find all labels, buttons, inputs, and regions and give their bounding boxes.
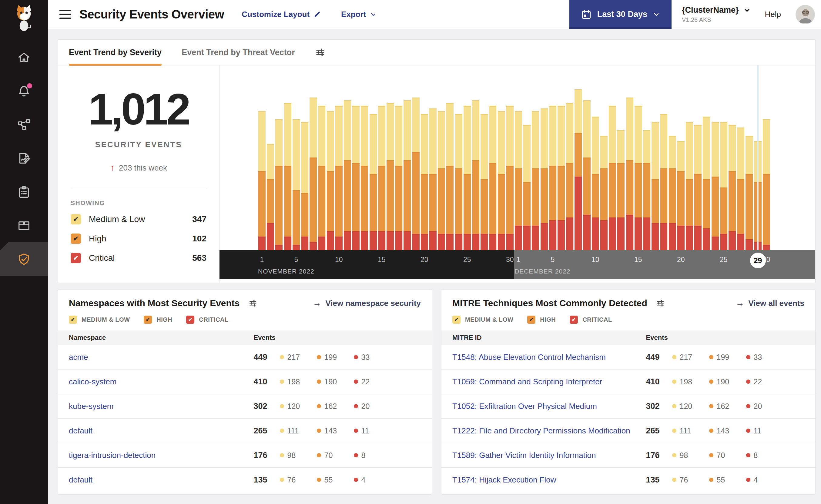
bar-segment-critical <box>686 226 693 250</box>
bar-segment-critical <box>540 223 548 250</box>
events-total: 449 <box>646 353 672 362</box>
bar-segment-critical <box>378 231 385 250</box>
checkbox-high[interactable]: ✔ <box>527 316 535 324</box>
critical-dot-icon <box>354 380 358 384</box>
mitre-technique-link[interactable]: T1052: Exfiltration Over Physical Medium <box>452 402 646 411</box>
namespace-link[interactable]: acme <box>69 353 254 362</box>
bar-segment-critical <box>592 217 599 250</box>
namespace-link[interactable]: default <box>69 475 254 485</box>
mitre-technique-link[interactable]: T1548: Abuse Elevation Control Mechanism <box>452 353 646 362</box>
count-value: 22 <box>754 377 762 386</box>
panel-settings-button[interactable] <box>248 299 258 308</box>
severity-count-medium-low: 217 <box>672 353 709 362</box>
checkbox-critical[interactable]: ✔ <box>186 316 194 324</box>
bar-segment-critical <box>310 242 317 250</box>
severity-count-critical: 20 <box>354 402 391 411</box>
severity-filter-high[interactable]: ✔HIGH <box>144 316 172 324</box>
checkbox-medium-low[interactable]: ✔ <box>452 316 460 324</box>
events-cell: 13576554 <box>646 475 804 485</box>
severity-filter-list: ✔Medium & Low347✔High102✔Critical563 <box>71 210 207 268</box>
medium-low-dot-icon <box>280 355 284 359</box>
bar-segment-high <box>395 166 402 231</box>
total-security-events: 1,012 <box>71 87 207 131</box>
severity-filter-medium-low[interactable]: ✔MEDIUM & LOW <box>452 316 513 324</box>
bar-segment-medium-low <box>318 106 325 166</box>
cluster-selector[interactable]: {ClusterName} V1.26 AKS <box>682 5 751 23</box>
namespace-link[interactable]: calico-system <box>69 377 254 386</box>
view-all-events-link[interactable]: → View all events <box>736 299 804 308</box>
checkbox-medium-low[interactable]: ✔ <box>71 214 81 224</box>
filter-count: 347 <box>192 214 207 224</box>
checkbox-critical[interactable]: ✔ <box>71 253 81 263</box>
notification-dot <box>27 83 32 88</box>
user-avatar[interactable] <box>796 5 815 24</box>
high-dot-icon <box>317 429 321 433</box>
severity-filter-medium-low: ✔Medium & Low347 <box>71 210 207 229</box>
sidebar-item-workloads[interactable] <box>0 209 48 242</box>
bar-segment-critical <box>515 226 522 250</box>
mitre-technique-link[interactable]: T1222: File and Directory Permissions Mo… <box>452 426 646 436</box>
namespace-link[interactable]: tigera-intrusion-detection <box>69 451 254 460</box>
medium-low-dot-icon <box>280 478 284 482</box>
high-dot-icon <box>709 478 713 482</box>
namespace-link[interactable]: kube-system <box>69 402 254 411</box>
critical-dot-icon <box>354 429 358 433</box>
filter-count: 102 <box>192 234 207 244</box>
cluster-version: V1.26 AKS <box>682 16 751 23</box>
bar-segment-high <box>327 171 334 231</box>
bar-segment-medium-low <box>583 100 590 157</box>
sidebar-item-threat-defense[interactable] <box>0 242 48 276</box>
bar-segment-medium-low <box>720 122 727 187</box>
severity-filter-high[interactable]: ✔HIGH <box>527 316 556 324</box>
bar-segment-critical <box>284 237 291 250</box>
checkbox-critical[interactable]: ✔ <box>570 316 578 324</box>
sidebar-item-compliance[interactable] <box>0 175 48 209</box>
sidebar-item-alerts[interactable] <box>0 74 48 108</box>
checkbox-high[interactable]: ✔ <box>71 234 81 244</box>
bar-segment-medium-low <box>412 98 420 152</box>
bar-segment-medium-low <box>480 114 488 179</box>
axis-tick: 1 <box>517 256 520 264</box>
tab-event-trend-by-severity[interactable]: Event Trend by Severity <box>69 40 161 65</box>
sidebar-item-home[interactable] <box>0 41 48 74</box>
bar-segment-high <box>378 166 385 231</box>
sidebar-item-service-graph[interactable] <box>0 108 48 141</box>
customize-layout-button[interactable]: Customize Layout <box>242 10 321 19</box>
table-header: MITRE ID Events <box>441 330 815 345</box>
severity-filter-critical[interactable]: ✔CRITICAL <box>186 316 228 324</box>
high-dot-icon <box>709 404 713 408</box>
namespace-link[interactable]: default <box>69 426 254 436</box>
bar-segment-high <box>361 166 368 231</box>
view-namespace-security-link[interactable]: → View namespace security <box>313 299 421 308</box>
checkbox-medium-low[interactable]: ✔ <box>69 316 77 324</box>
calico-cat-logo[interactable] <box>12 0 36 41</box>
high-dot-icon <box>317 478 321 482</box>
bar-segment-critical <box>361 231 368 250</box>
export-button[interactable]: Export <box>341 10 377 19</box>
severity-filter-medium-low[interactable]: ✔MEDIUM & LOW <box>69 316 130 324</box>
medium-low-dot-icon <box>280 404 284 408</box>
bar-segment-critical <box>267 223 274 250</box>
high-dot-icon <box>709 380 713 384</box>
checkbox-high[interactable]: ✔ <box>144 316 152 324</box>
filter-count: 563 <box>192 253 207 263</box>
tab-event-trend-by-threat-vector[interactable]: Event Trend by Threat Vector <box>181 40 295 65</box>
hamburger-menu-icon[interactable] <box>59 10 71 19</box>
mitre-technique-link[interactable]: T1589: Gather Victim Identity Informatio… <box>452 451 646 460</box>
date-range-button[interactable]: Last 30 Days <box>569 0 672 29</box>
bar-segment-high <box>506 166 513 234</box>
mitre-technique-link[interactable]: T1574: Hijack Execution Flow <box>452 475 646 485</box>
page-title: Security Events Overview <box>79 8 224 21</box>
sidebar-item-reports[interactable] <box>0 141 48 175</box>
chart-settings-button[interactable] <box>315 47 325 58</box>
severity-count-medium-low: 198 <box>280 377 317 386</box>
severity-filter-critical[interactable]: ✔CRITICAL <box>570 316 612 324</box>
severity-count-critical: 4 <box>746 476 783 484</box>
mitre-technique-link[interactable]: T1059: Command and Scripting Interpreter <box>452 377 646 386</box>
medium-low-dot-icon <box>280 380 284 384</box>
help-link[interactable]: Help <box>765 10 781 19</box>
medium-low-dot-icon <box>672 478 677 482</box>
stacked-bar <box>523 125 530 250</box>
panel-settings-button[interactable] <box>656 299 665 308</box>
severity-count-critical: 4 <box>354 476 391 484</box>
